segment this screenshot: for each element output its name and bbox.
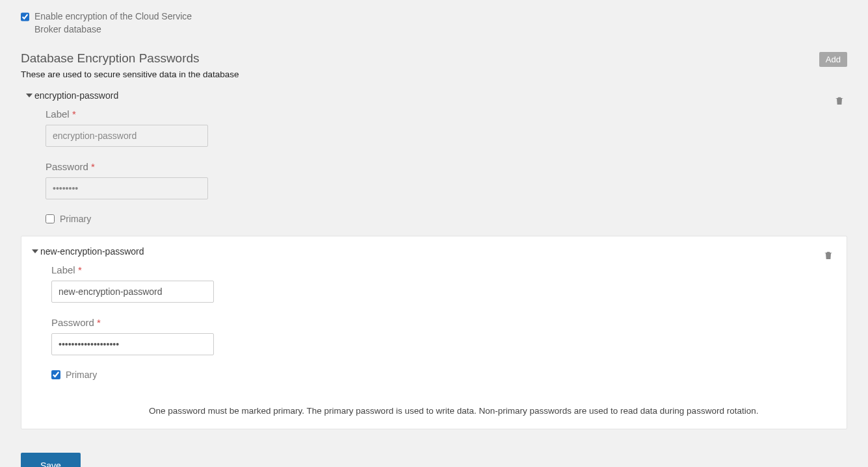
label-input[interactable] [46,125,208,147]
encryption-entry-active: new-encryption-password Label * Password… [21,236,847,429]
primary-row: Primary [46,214,842,224]
encryption-entry: encryption-password Label * Password * [21,88,847,236]
label-field-group: Label * [46,108,842,147]
label-field-label: Label * [46,108,842,120]
section-title: Database Encryption Passwords [21,51,200,66]
label-field-group: Label * [51,264,836,303]
delete-entry-button[interactable] [822,248,835,264]
save-button[interactable]: Save [21,453,81,467]
section-subtitle: These are used to secure sensitive data … [21,69,847,79]
primary-row: Primary [51,370,97,380]
primary-checkbox[interactable] [51,370,60,379]
password-field-label: Password * [46,161,842,172]
password-field-group: Password * [51,317,836,355]
password-input[interactable] [51,333,214,355]
entry-header[interactable]: encryption-password [26,88,842,108]
label-field-label: Label * [51,264,836,275]
trash-icon [823,253,834,263]
password-input[interactable] [46,177,208,199]
entry-header[interactable]: new-encryption-password [32,244,836,264]
delete-entry-button[interactable] [833,94,846,110]
password-field-label: Password * [51,317,836,328]
enable-encryption-label: Enable encryption of the Cloud Service B… [34,10,216,36]
password-field-group: Password * [46,161,842,199]
label-input[interactable] [51,281,214,303]
enable-encryption-row: Enable encryption of the Cloud Service B… [21,10,216,36]
primary-help-text: One password must be marked primary. The… [149,406,758,416]
add-button[interactable]: Add [819,52,847,67]
primary-checkbox[interactable] [46,214,55,223]
entry-title: new-encryption-password [40,246,144,257]
primary-label: Primary [66,370,97,380]
primary-label: Primary [60,214,91,224]
section-header: Database Encryption Passwords Add [21,51,847,67]
enable-encryption-checkbox[interactable] [21,12,29,21]
chevron-down-icon [26,94,33,97]
trash-icon [834,99,845,108]
chevron-down-icon [32,249,38,253]
entry-title: encryption-password [34,90,118,101]
